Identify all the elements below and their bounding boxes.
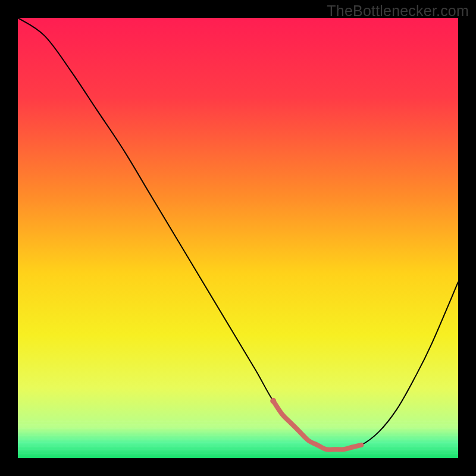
chart-frame: TheBottlenecker.com — [0, 0, 476, 476]
watermark-text: TheBottlenecker.com — [327, 2, 469, 20]
plot-area — [18, 18, 458, 458]
gradient-background — [18, 18, 458, 458]
bottleneck-chart — [18, 18, 458, 458]
highlight-marker — [270, 398, 276, 404]
